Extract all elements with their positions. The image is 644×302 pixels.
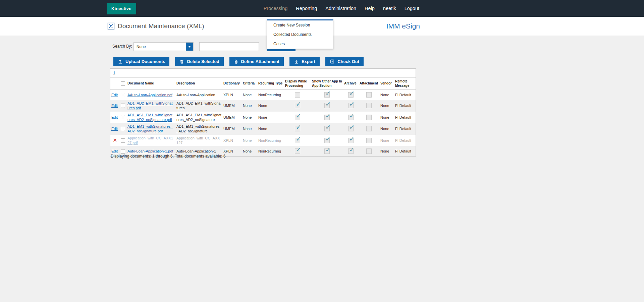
attachment-flag — [366, 103, 372, 108]
delete-selected-button[interactable]: Delete Selected — [175, 57, 223, 66]
criteria-cell: None — [242, 125, 257, 132]
dictionary-cell: XPLN — [222, 92, 242, 98]
vendor-cell: None — [379, 92, 394, 98]
recurring-type-cell: NonRecurring — [257, 137, 284, 144]
search-by-label: Search By: — [112, 44, 132, 49]
row-checkbox-cell — [119, 114, 126, 120]
nav-item-administration[interactable]: Administration — [325, 6, 356, 11]
row-checkbox-cell — [119, 103, 126, 109]
document-name-link[interactable]: AD1_EM1_withSignatures_AD2_noSignature.p… — [127, 124, 173, 133]
vendor-cell: None — [379, 125, 394, 132]
checkout-icon — [330, 59, 335, 64]
show-other-app-cell — [311, 114, 343, 121]
table-row: ✕ Application_with_CC_AXX127.pdf Applica… — [110, 135, 416, 146]
removed-x-icon: ✕ — [111, 137, 117, 143]
upload-documents-button[interactable]: Upload Documents — [113, 57, 169, 66]
check-out-button[interactable]: Check Out — [325, 57, 364, 66]
vendor-cell: None — [379, 148, 394, 155]
document-name-link[interactable]: AD1_AS1_EM1_withSignatures_AD2_noSignatu… — [127, 113, 172, 122]
display-while-processing-flag — [295, 92, 300, 98]
row-checkbox[interactable] — [121, 149, 125, 154]
document-name-link[interactable]: AD1_AD2_EM1_withSignatures.pdf — [127, 101, 173, 110]
show-other-app-flag — [324, 148, 330, 154]
display-while-processing-cell — [284, 137, 311, 144]
archive-flag — [348, 92, 354, 98]
display-while-processing-flag — [295, 138, 300, 143]
archive-cell — [343, 147, 359, 155]
column-header-display-while-processing: Display While Processing — [284, 78, 311, 89]
description-cell: AAuto-Loan-Application — [175, 92, 222, 98]
vendor-cell: None — [379, 114, 394, 121]
remote-message-cell: FI Default — [394, 125, 416, 132]
attachment-cell — [359, 102, 379, 109]
menu-item-cases[interactable]: Cases — [267, 39, 333, 49]
nav-item-processing[interactable]: Processing — [264, 6, 288, 11]
edit-link[interactable]: Edit — [111, 127, 118, 131]
document-name-link[interactable]: Auto-Loan-Application-1.pdf — [127, 149, 173, 153]
recurring-type-cell: None — [257, 102, 284, 109]
show-other-app-cell — [311, 91, 343, 99]
archive-cell — [343, 137, 359, 144]
edit-link[interactable]: Edit — [111, 149, 118, 153]
remote-message-cell: FI Default — [394, 102, 416, 109]
show-other-app-flag — [324, 126, 330, 131]
search-by-selected-value: None — [134, 45, 186, 49]
row-action-cell: Edit — [110, 102, 119, 109]
documents-table: 1 Document NameDescriptionDictionaryCrit… — [110, 68, 416, 157]
display-while-processing-flag — [295, 115, 300, 120]
nav-item-help[interactable]: Help — [365, 6, 375, 11]
row-checkbox[interactable] — [121, 127, 125, 131]
nav-item-reporting[interactable]: Reporting — [296, 6, 317, 11]
document-name-link[interactable]: AAuto-Loan-Application.pdf — [127, 93, 172, 97]
display-while-processing-cell — [284, 147, 311, 155]
download-icon — [294, 59, 299, 64]
row-checkbox[interactable] — [121, 138, 125, 143]
menu-item-collected-documents[interactable]: Collected Documents — [267, 30, 333, 39]
kinective-logo[interactable]: Kinective — [107, 3, 136, 14]
row-checkbox[interactable] — [121, 115, 125, 119]
attachment-cell — [359, 114, 379, 121]
table-row: Edit AD1_AD2_EM1_withSignatures.pdf AD1_… — [110, 100, 416, 112]
show-other-app-cell — [311, 102, 343, 109]
menu-item-create-new-session[interactable]: Create New Session — [267, 20, 333, 30]
edit-link[interactable]: Edit — [111, 115, 118, 119]
define-attachment-button[interactable]: Define Attachment — [229, 57, 284, 66]
archive-flag — [348, 138, 354, 143]
archive-cell — [343, 91, 359, 99]
row-action-cell: Edit — [110, 92, 119, 98]
display-while-processing-flag — [295, 103, 300, 108]
recurring-type-cell: NonRecurring — [257, 92, 284, 98]
nav-links: ProcessingReportingAdministrationHelpnee… — [264, 6, 419, 11]
row-checkbox[interactable] — [121, 104, 125, 108]
display-while-processing-cell — [284, 91, 311, 99]
recurring-type-cell: NonRecurring — [257, 148, 284, 155]
nav-item-logout[interactable]: Logout — [405, 6, 419, 11]
table-header-row: Document NameDescriptionDictionaryCriter… — [110, 78, 416, 90]
document-name-link[interactable]: Application_with_CC_AXX127.pdf — [127, 136, 173, 145]
column-header-recurring-type: Recurring Type — [257, 80, 284, 87]
nav-item-neetik[interactable]: neetik — [383, 6, 396, 11]
attachment-flag — [366, 148, 372, 154]
document-name-cell: AD1_AS1_EM1_withSignatures_AD2_noSignatu… — [126, 112, 175, 123]
edit-link[interactable]: Edit — [111, 104, 118, 108]
remote-message-cell: FI Default — [394, 137, 416, 144]
row-checkbox[interactable] — [121, 93, 125, 97]
search-input[interactable] — [199, 42, 259, 51]
column-header-document-name: Document Name — [126, 80, 175, 87]
select-all-checkbox[interactable] — [121, 81, 125, 86]
attachment-cell — [359, 137, 379, 144]
trash-icon — [179, 59, 184, 64]
edit-link[interactable]: Edit — [111, 93, 118, 97]
row-action-cell: Edit — [110, 114, 119, 121]
search-by-select[interactable]: None — [133, 42, 194, 51]
show-other-app-cell — [311, 147, 343, 155]
column-header-dictionary: Dictionary — [222, 80, 242, 87]
remote-message-cell: FI Default — [394, 148, 416, 155]
dictionary-cell: UMEM — [222, 114, 242, 121]
export-button[interactable]: Export — [289, 57, 320, 66]
select-all-cell — [119, 80, 126, 87]
archive-flag — [348, 126, 354, 131]
show-other-app-flag — [324, 103, 330, 108]
table-row: Edit AD1_AS1_EM1_withSignatures_AD2_noSi… — [110, 112, 416, 123]
dictionary-cell: UMEM — [222, 102, 242, 109]
